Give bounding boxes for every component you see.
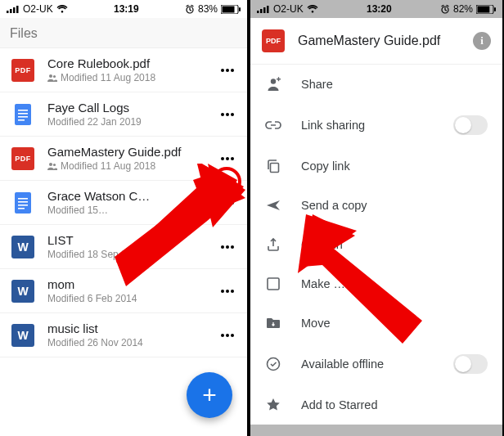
gdoc-icon	[11, 191, 34, 214]
svg-point-23	[221, 157, 224, 160]
menu-item-offline[interactable]: Available offline	[250, 343, 502, 385]
file-name: Faye Call Logs	[47, 101, 216, 115]
toggle-switch[interactable]	[453, 354, 488, 374]
svg-rect-27	[18, 198, 28, 200]
file-row[interactable]: PDFCore Rulebook.pdfModified 11 Aug 2018	[0, 48, 247, 92]
file-row[interactable]: WLISTModified 18 Sep 2014	[0, 225, 247, 269]
svg-rect-29	[18, 205, 28, 206]
svg-point-19	[226, 113, 229, 116]
carrier-label: O2-UK	[23, 3, 53, 15]
file-meta: Modified 26 Nov 2014	[47, 337, 216, 348]
file-name: GameMastery Guide.pdf	[47, 145, 216, 159]
file-meta: Modified 6 Feb 2014	[47, 293, 216, 304]
svg-rect-50	[263, 7, 266, 13]
svg-point-12	[231, 69, 234, 72]
more-options-icon[interactable]	[216, 324, 239, 347]
svg-point-11	[226, 69, 229, 72]
more-options-icon[interactable]	[216, 103, 239, 126]
svg-point-10	[221, 69, 224, 72]
battery-icon	[476, 5, 496, 14]
gdoc-icon	[11, 103, 34, 126]
carrier-label: O2-UK	[273, 3, 304, 15]
new-file-fab[interactable]: +	[187, 372, 232, 418]
clock-label: 13:19	[114, 3, 139, 15]
link-icon	[265, 117, 281, 133]
battery-pct-label: 82%	[453, 3, 473, 15]
menu-item-label: Available offline	[301, 357, 384, 371]
actions-sheet: PDF GameMastery Guide.pdf i ShareLink sh…	[250, 18, 502, 425]
alarm-icon	[185, 4, 195, 14]
file-row[interactable]: Faye Call LogsModified 22 Jan 2019	[0, 92, 247, 137]
svg-rect-1	[10, 9, 12, 13]
svg-rect-55	[494, 7, 496, 11]
more-options-icon[interactable]	[216, 59, 239, 82]
svg-point-34	[221, 245, 224, 249]
sheet-header: PDF GameMastery Guide.pdf i	[250, 18, 502, 65]
svg-point-25	[231, 157, 234, 160]
menu-item-copy[interactable]: Copy link	[250, 146, 502, 186]
menu-item-label: Link sharing	[301, 119, 365, 132]
svg-point-8	[49, 74, 52, 78]
svg-point-24	[226, 157, 229, 160]
svg-point-61	[268, 358, 280, 371]
info-icon[interactable]: i	[473, 32, 491, 50]
file-row[interactable]: WmomModified 6 Feb 2014	[0, 269, 247, 313]
status-bar: O2-UK 13:20 82%	[250, 0, 502, 18]
menu-item-star[interactable]: Add to Starred	[250, 385, 502, 425]
menu-item-label: Add to Starred	[301, 398, 378, 411]
file-name: mom	[47, 277, 216, 291]
menu-item-link[interactable]: Link sharing	[250, 104, 502, 146]
svg-point-21	[49, 163, 52, 166]
file-row[interactable]: PDFGameMastery Guide.pdfModified 11 Aug …	[0, 137, 247, 181]
svg-point-33	[231, 201, 234, 205]
menu-item-make[interactable]: Make …	[250, 264, 502, 303]
svg-rect-6	[222, 6, 234, 12]
svg-rect-26	[15, 192, 31, 214]
svg-point-38	[226, 290, 229, 293]
menu-item-move[interactable]: Move	[250, 303, 502, 343]
svg-rect-30	[18, 208, 25, 209]
svg-point-35	[226, 245, 229, 249]
page-title: Files	[0, 18, 247, 48]
svg-point-36	[231, 245, 234, 249]
svg-rect-3	[16, 6, 19, 13]
pdf-icon: PDF	[11, 147, 34, 170]
person-add-icon	[265, 76, 281, 92]
file-meta: Modified 11 Aug 2018	[47, 160, 216, 172]
menu-item-open-in[interactable]: Open in	[250, 225, 502, 264]
file-row[interactable]: Wmusic listModified 26 Nov 2014	[0, 313, 247, 357]
svg-point-32	[226, 201, 229, 205]
menu-item-label: Open in	[301, 238, 343, 251]
file-row[interactable]: Grace Watson C…Modified 15…	[0, 181, 247, 225]
svg-rect-28	[18, 201, 28, 203]
menu-item-label: Copy link	[301, 160, 350, 173]
svg-point-31	[221, 201, 224, 205]
send-icon	[265, 197, 281, 214]
battery-pct-label: 83%	[198, 3, 218, 15]
menu-item-send[interactable]: Send a copy	[250, 186, 502, 225]
more-options-icon[interactable]	[216, 191, 239, 214]
svg-rect-48	[257, 11, 259, 13]
svg-point-37	[221, 290, 224, 293]
file-meta: Modified 15…	[47, 205, 216, 216]
svg-rect-49	[260, 9, 263, 13]
svg-point-40	[221, 334, 224, 337]
svg-point-20	[231, 113, 234, 116]
toggle-switch[interactable]	[453, 115, 488, 135]
menu-item-label: Make …	[301, 277, 345, 290]
menu-item-label: Move	[301, 317, 330, 330]
actions-menu: ShareLink sharingCopy linkSend a copyOpe…	[250, 65, 502, 425]
more-options-icon[interactable]	[216, 147, 239, 170]
word-icon: W	[11, 236, 34, 258]
menu-item-label: Send a copy	[301, 199, 367, 212]
more-options-icon[interactable]	[216, 280, 239, 303]
file-name: LIST	[47, 233, 216, 247]
copy-icon	[265, 158, 281, 174]
more-options-icon[interactable]	[216, 236, 239, 258]
file-name: music list	[47, 321, 216, 335]
status-bar: O2-UK 13:19 83%	[0, 0, 247, 18]
phone-left: O2-UK 13:19 83% Files PDFCore Rulebook.p…	[0, 0, 247, 436]
file-meta: Modified 18 Sep 2014	[47, 249, 216, 260]
menu-item-person-add[interactable]: Share	[250, 65, 502, 104]
svg-rect-58	[278, 77, 279, 81]
